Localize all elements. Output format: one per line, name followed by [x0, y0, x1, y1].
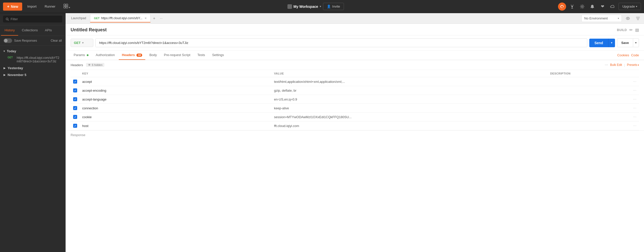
tab-params[interactable]: Params — [71, 51, 92, 60]
header-checkbox-5[interactable]: ✓ — [73, 124, 77, 128]
svg-rect-1 — [66, 4, 68, 6]
row-more-icon-1[interactable]: ··· — [633, 88, 636, 92]
tab-headers[interactable]: Headers 18 — [119, 51, 145, 60]
tab-launchpad[interactable]: Launchpad — [68, 14, 90, 22]
header-checkbox-4[interactable]: ✓ — [73, 115, 77, 119]
tab-request-active[interactable]: GET https://fft.cloud.iqiyi.com/s/bY... … — [90, 14, 150, 22]
bulk-edit-button[interactable]: Bulk Edit — [610, 63, 622, 67]
sidebar-group-today[interactable]: ▾ Today — [0, 48, 65, 55]
settings-filter-icon[interactable] — [634, 14, 642, 22]
layout-toggle-icon[interactable]: ▤ — [635, 28, 639, 32]
layout-button[interactable]: ▾ — [61, 2, 73, 11]
method-select[interactable]: GET ▾ — [71, 39, 93, 47]
presets-button[interactable]: Presets ▾ — [627, 63, 639, 67]
row-more-icon-3[interactable]: ··· — [633, 106, 636, 110]
sidebar-group-yesterday[interactable]: ▶ Yesterday — [0, 65, 65, 71]
add-tab-button[interactable]: + — [151, 15, 157, 22]
headers-bar: Headers 👁 6 hidden ··· Bulk Edit | Prese… — [71, 60, 639, 70]
sidebar-group-november5[interactable]: ▶ November 5 — [0, 71, 65, 78]
sub-tab-actions: Cookies Code — [617, 53, 639, 57]
row-more-icon-4[interactable]: ··· — [633, 115, 636, 119]
table-row: ✓ accept-language en-US,en;q=0.9 ··· — [71, 95, 639, 104]
edit-icon[interactable]: ✏ — [629, 28, 633, 32]
layout-icon — [64, 4, 68, 8]
upgrade-chevron-icon: ▾ — [636, 5, 637, 8]
header-key-2: accept-language — [82, 97, 106, 101]
url-input[interactable] — [95, 38, 587, 47]
main-layout: History Collections APIs Save Responses … — [0, 13, 644, 252]
tab-collections[interactable]: Collections — [18, 25, 41, 36]
chevron-down-icon: ▾ — [4, 50, 5, 53]
tab-body[interactable]: Body — [146, 51, 160, 60]
invite-button[interactable]: 👤 Invite — [323, 3, 344, 10]
tab-apis[interactable]: APIs — [41, 25, 55, 36]
env-area: No Environment ▾ — [581, 14, 642, 22]
new-button[interactable]: + New — [3, 3, 22, 11]
sync-icon[interactable] — [558, 3, 566, 11]
table-row: ✓ cookie session=MTYwODAwMzI1OXxEdi1CQkF… — [71, 113, 639, 121]
sidebar-save-row: Save Responses Clear all — [0, 36, 65, 46]
cookies-link[interactable]: Cookies — [617, 53, 629, 57]
tab-close-icon[interactable]: ✕ — [144, 17, 147, 20]
workspace-icon — [287, 4, 292, 9]
row-more-icon-5[interactable]: ··· — [633, 123, 636, 128]
header-checkbox-1[interactable]: ✓ — [73, 88, 77, 92]
header-key-1: accept-encoding — [82, 89, 106, 92]
table-row: ✓ host fft.cloud.iqiyi.com ··· — [71, 121, 639, 130]
cloud-icon[interactable] — [608, 3, 617, 11]
chevron-right-icon: ▶ — [4, 67, 6, 69]
svg-rect-0 — [64, 4, 66, 6]
hidden-headers-badge[interactable]: 👁 6 hidden — [86, 63, 104, 67]
upgrade-button[interactable]: Upgrade ▾ — [619, 3, 641, 10]
tab-history[interactable]: History — [1, 25, 18, 36]
chevron-right-icon: ▶ — [4, 73, 6, 76]
list-item[interactable]: GET https://fft.cloud.iqiyi.com/s/bYT2m6… — [0, 55, 65, 65]
more-options-icon[interactable]: ··· — [605, 63, 608, 67]
content-area: Launchpad GET https://fft.cloud.iqiyi.co… — [66, 13, 644, 252]
topbar: + New Import Runner ▾ My Workspace ▾ 👤 I… — [0, 0, 644, 13]
send-dropdown-button[interactable]: ▾ — [608, 39, 615, 47]
code-link[interactable]: Code — [631, 53, 639, 57]
save-button[interactable]: Save — [617, 38, 633, 47]
header-key-3: connection — [82, 106, 98, 110]
header-checkbox-2[interactable]: ✓ — [73, 97, 77, 101]
row-more-icon-0[interactable]: ··· — [633, 79, 636, 84]
workspace-label[interactable]: My Workspace ▾ — [287, 4, 321, 9]
send-button[interactable]: Send — [589, 39, 608, 47]
heart-icon[interactable]: ❤ — [598, 3, 606, 11]
request-title: Untitled Request — [71, 27, 107, 33]
svg-point-7 — [627, 18, 628, 19]
row-more-icon-2[interactable]: ··· — [633, 97, 636, 101]
table-row: ✓ accept text/html,application/xhtml+xml… — [71, 77, 639, 86]
headers-actions: ··· Bulk Edit | Presets ▾ — [605, 63, 639, 67]
tab-pre-request[interactable]: Pre-request Script — [161, 51, 193, 60]
filter-input[interactable] — [11, 17, 60, 21]
environment-select[interactable]: No Environment ▾ — [581, 15, 622, 22]
workspace-center: My Workspace ▾ 👤 Invite — [75, 3, 556, 10]
header-checkbox-0[interactable]: ✓ — [73, 80, 77, 84]
plus-icon: + — [7, 4, 9, 9]
tab-authorization[interactable]: Authorization — [93, 51, 118, 60]
tabs-bar: Launchpad GET https://fft.cloud.iqiyi.co… — [66, 13, 644, 24]
key-column-header: KEY — [80, 70, 272, 77]
tab-more-button[interactable]: ··· — [158, 15, 165, 21]
request-title-bar: Untitled Request BUILD ✏ ▤ — [66, 24, 644, 35]
tab-settings[interactable]: Settings — [209, 51, 227, 60]
settings-icon[interactable] — [578, 3, 586, 11]
eye-icon[interactable] — [624, 14, 632, 22]
save-responses-toggle[interactable] — [4, 38, 12, 43]
import-button[interactable]: Import — [24, 3, 40, 10]
env-chevron-icon: ▾ — [618, 17, 619, 20]
headers-title: Headers — [71, 63, 83, 67]
header-checkbox-3[interactable]: ✓ — [73, 106, 77, 110]
runner-button[interactable]: Runner — [42, 3, 58, 10]
clear-all-button[interactable]: Clear all — [51, 39, 62, 42]
description-column-header: DESCRIPTION — [548, 70, 631, 77]
save-dropdown-button[interactable]: ▾ — [633, 38, 639, 47]
header-value-5: fft.cloud.iqiyi.com — [274, 124, 299, 128]
notification-icon[interactable] — [588, 3, 596, 11]
method-chevron-icon: ▾ — [82, 41, 83, 44]
antenna-icon[interactable] — [568, 3, 576, 11]
header-key-5: host — [82, 124, 89, 128]
tab-tests[interactable]: Tests — [194, 51, 208, 60]
